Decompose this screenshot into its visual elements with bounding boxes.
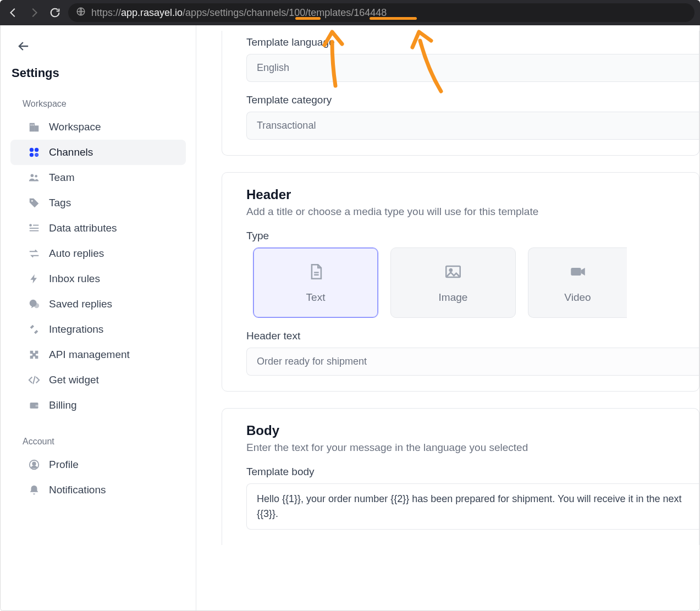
sidebar-item-label: Data attributes [49,222,117,234]
browser-reload-button[interactable] [47,5,63,20]
template-language-select[interactable]: English [246,54,699,82]
sidebar-item-workspace[interactable]: Workspace [10,114,186,140]
type-label-image: Image [439,291,468,304]
template-body-textarea[interactable]: Hello {{1}}, your order number {{2}} has… [246,483,699,530]
svg-rect-28 [571,267,581,275]
puzzle-icon [27,349,41,361]
svg-rect-21 [36,405,39,406]
plug-icon [27,323,41,335]
sidebar-item-label: API management [49,349,130,361]
sidebar-section-account: Account [1,433,196,452]
sidebar-item-label: Workspace [49,121,101,133]
sidebar-item-notifications[interactable]: Notifications [10,477,186,503]
video-icon [569,262,587,284]
sidebar-item-tags[interactable]: Tags [10,190,186,216]
svg-point-7 [30,153,34,157]
header-type-text[interactable]: Text [253,247,378,318]
svg-rect-2 [35,125,38,131]
browser-back-button[interactable] [5,5,21,20]
sidebar-item-auto-replies[interactable]: Auto replies [10,241,186,266]
header-card-subtitle: Add a title or choose a media type you w… [246,206,699,218]
header-text-input[interactable] [246,348,699,376]
body-card-title: Body [246,423,699,438]
sidebar-item-label: Billing [49,399,77,411]
svg-point-5 [30,148,34,152]
address-bar[interactable]: https://app.rasayel.io/apps/settings/cha… [68,3,695,22]
channels-icon [27,146,41,158]
sidebar-back-button[interactable] [1,34,196,63]
svg-point-13 [31,200,33,202]
template-category-select[interactable]: Transactional [246,112,699,140]
header-type-video[interactable]: Video [528,247,627,318]
code-icon [27,374,41,386]
sidebar-section-workspace: Workspace [1,96,196,114]
sidebar-item-label: Team [49,172,74,184]
svg-rect-1 [30,123,35,132]
type-label-video: Video [564,291,591,304]
bell-icon [27,484,41,496]
url-prefix: https:// [91,7,121,18]
template-basics-card: Template language English Template categ… [222,31,699,156]
sidebar-item-label: Channels [49,146,93,158]
template-language-label: Template language [246,36,699,48]
sidebar-title: Settings [1,63,196,96]
svg-point-14 [29,224,32,227]
type-label-text: Text [306,291,326,304]
svg-point-19 [34,303,39,308]
sidebar-item-label: Integrations [49,323,103,335]
svg-rect-15 [33,225,38,226]
annotation-underline-1 [295,17,321,20]
sidebar-item-team[interactable]: Team [10,165,186,190]
url-host: app.rasayel.io [121,7,183,18]
tag-icon [27,197,41,209]
sidebar-item-label: Auto replies [49,247,104,260]
wallet-icon [27,400,41,411]
svg-point-11 [31,174,34,178]
url-text: https://app.rasayel.io/apps/settings/cha… [91,7,387,19]
sidebar-item-label: Notifications [49,484,106,496]
sidebar-item-label: Tags [49,197,71,209]
browser-forward-button[interactable] [26,5,42,20]
svg-rect-4 [32,124,34,125]
svg-point-12 [35,175,37,178]
svg-rect-16 [30,228,39,229]
header-type-image[interactable]: Image [390,247,516,318]
settings-sidebar: Settings Workspace Workspace Channels Te… [1,25,196,610]
sidebar-item-saved-replies[interactable]: Saved replies [10,291,186,317]
annotation-underline-2 [370,17,417,20]
sidebar-item-channels[interactable]: Channels [10,140,186,165]
document-icon [306,262,325,284]
sidebar-item-profile[interactable]: Profile [10,452,186,477]
bolt-icon [27,273,41,285]
sidebar-item-get-widget[interactable]: Get widget [10,367,186,393]
header-type-label: Type [246,230,699,242]
svg-rect-17 [30,230,39,232]
sidebar-item-label: Saved replies [49,298,112,310]
list-icon [27,222,41,234]
image-icon [444,262,462,284]
body-card-subtitle: Enter the text for your message in the l… [246,442,699,454]
sidebar-item-integrations[interactable]: Integrations [10,317,186,342]
header-text-label: Header text [246,330,699,342]
template-category-label: Template category [246,94,699,106]
url-path: /apps/settings/channels/100/templates/16… [183,7,387,18]
sidebar-item-label: Inbox rules [49,273,100,285]
svg-point-6 [35,148,38,152]
people-icon [27,172,41,184]
sidebar-item-api-management[interactable]: API management [10,342,186,367]
globe-icon [76,7,86,19]
sidebar-item-label: Profile [49,459,79,471]
profile-icon [27,459,41,471]
svg-point-23 [32,462,36,465]
sidebar-item-inbox-rules[interactable]: Inbox rules [10,266,186,291]
sidebar-item-billing[interactable]: Billing [10,393,186,418]
main-content: Template language English Template categ… [196,25,699,610]
header-card-title: Header [246,187,699,202]
header-card: Header Add a title or choose a media typ… [222,172,699,392]
sidebar-item-data-attributes[interactable]: Data attributes [10,216,186,241]
template-body-label: Template body [246,466,699,478]
body-card: Body Enter the text for your message in … [222,408,699,545]
browser-chrome: https://app.rasayel.io/apps/settings/cha… [0,0,700,25]
building-icon [27,121,41,133]
repeat-icon [27,247,41,260]
